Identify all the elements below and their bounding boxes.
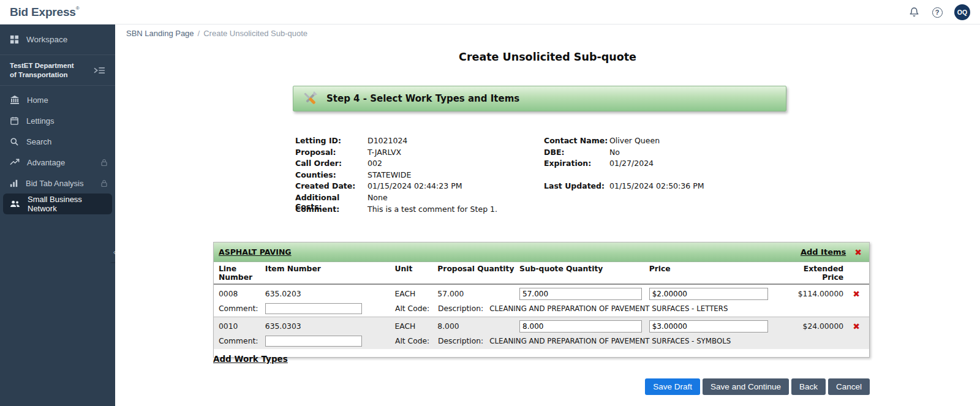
subquote-quantity-input[interactable] [519, 320, 642, 333]
detail-value: 01/27/2024 [609, 159, 654, 168]
item-row: 0008 635.0203 EACH 57.000 $114.00000 ✖ C… [214, 285, 869, 317]
detail-label: Letting ID: [295, 136, 368, 145]
sidebar-item-label: Bid Tab Analysis [26, 179, 83, 188]
detail-label: Counties: [295, 170, 368, 179]
detail-label: DBE: [544, 148, 609, 157]
item-unit: EACH [394, 290, 437, 298]
detail-label: Proposal: [295, 148, 368, 157]
description-label: Description: [438, 304, 483, 313]
lock-icon [100, 159, 108, 167]
item-number: 635.0203 [265, 290, 395, 298]
workspace-switcher[interactable]: Workspace [0, 24, 115, 55]
comment-label: Comment: [214, 337, 265, 345]
items-table-header: Line Number Item Number Unit Proposal Qu… [214, 262, 869, 285]
work-type-section: ASPHALT PAVING Add Items ✖ Line Number I… [213, 242, 870, 358]
step-banner-title: Step 4 - Select Work Types and Items [326, 93, 519, 104]
detail-label: Call Order: [295, 159, 368, 168]
subquote-details-left: Letting ID:D1021024 Proposal:T-JARLVX Ca… [295, 136, 497, 216]
switch-account-icon [93, 66, 105, 75]
add-work-types-link[interactable]: Add Work Types [213, 354, 288, 364]
detail-label: Created Date: [295, 181, 368, 190]
detail-value: 002 [368, 159, 382, 168]
comment-label: Comment: [214, 304, 265, 313]
item-proposal-quantity: 8.000 [437, 322, 519, 331]
col-price: Price [649, 265, 785, 282]
sidebar-nav: Home Lettings Search Advantage Bid Tab A… [0, 86, 115, 214]
subquote-details-right: Contact Name:Oliver Queen DBE:No Expirat… [544, 136, 704, 193]
trend-up-icon [10, 158, 20, 167]
subquote-quantity-input[interactable] [519, 288, 642, 300]
sidebar-item-lettings[interactable]: Lettings [0, 110, 115, 131]
cancel-button[interactable]: Cancel [828, 378, 870, 395]
detail-value: T-JARLVX [368, 148, 401, 157]
notifications-bell-icon[interactable] [908, 6, 920, 18]
sidebar: Workspace TestET Department of Transport… [0, 24, 115, 406]
detail-label: Last Updated: [544, 181, 609, 190]
description-label: Description: [438, 337, 483, 345]
organization-name: TestET Department of Transportation [10, 61, 82, 79]
item-line-number: 0008 [214, 290, 265, 298]
sidebar-item-label: Small Business Network [28, 195, 105, 213]
breadcrumb-current: Create Unsolicited Sub-quote [203, 29, 307, 38]
form-actions: Save Draft Save and Continue Back Cancel [213, 378, 870, 395]
price-input[interactable] [649, 320, 768, 333]
main-content: SBN Landing Page/Create Unsolicited Sub-… [115, 24, 980, 406]
work-type-name-link[interactable]: ASPHALT PAVING [219, 247, 292, 257]
item-description: CLEANING AND PREPARATION OF PAVEMENT SUR… [489, 304, 728, 313]
search-icon [10, 137, 19, 146]
lock-icon [100, 179, 108, 187]
item-proposal-quantity: 57.000 [437, 290, 519, 298]
detail-value: 01/15/2024 02:50:36 PM [609, 181, 704, 190]
detail-label: Expiration: [544, 159, 609, 168]
work-type-header: ASPHALT PAVING Add Items ✖ [214, 242, 869, 262]
breadcrumb-sbn-landing[interactable]: SBN Landing Page [126, 29, 194, 38]
top-bar: Bid Express® ? OQ [0, 0, 980, 24]
remove-item-icon[interactable]: ✖ [853, 321, 860, 331]
col-item-number: Item Number [265, 265, 395, 282]
remove-item-icon[interactable]: ✖ [853, 289, 860, 299]
comment-input[interactable] [265, 303, 362, 314]
sidebar-item-small-business-network[interactable]: Small Business Network [3, 194, 112, 214]
tools-icon [301, 89, 319, 108]
item-unit: EACH [394, 322, 437, 331]
save-and-continue-button[interactable]: Save and Continue [703, 378, 789, 395]
item-description: CLEANING AND PREPARATION OF PAVEMENT SUR… [489, 337, 731, 345]
col-extended-price: Extended Price [785, 265, 843, 282]
alt-code-label: Alt Code: [395, 304, 438, 313]
item-row: 0010 635.0303 EACH 8.000 $24.00000 ✖ Com… [214, 317, 869, 349]
item-extended-price: $24.00000 [785, 322, 843, 331]
bar-chart-icon [10, 179, 18, 187]
breadcrumb: SBN Landing Page/Create Unsolicited Sub-… [126, 29, 307, 38]
detail-value: This is a test comment for Step 1. [368, 205, 497, 214]
bid-express-logo[interactable]: Bid Express® [10, 6, 79, 19]
col-line-number: Line Number [214, 265, 265, 282]
sidebar-item-advantage[interactable]: Advantage [0, 152, 115, 173]
workspace-grid-icon [10, 35, 19, 44]
detail-label: Comment: [295, 205, 368, 214]
add-items-link[interactable]: Add Items [801, 247, 846, 257]
people-icon [10, 200, 20, 208]
page-title: Create Unsolicited Sub-quote [115, 51, 980, 63]
organization-switcher[interactable]: TestET Department of Transportation [0, 55, 115, 86]
sidebar-item-home[interactable]: Home [0, 89, 115, 110]
col-proposal-quantity: Proposal Quantity [437, 265, 519, 282]
workspace-label: Workspace [26, 35, 67, 44]
step-banner: Step 4 - Select Work Types and Items [293, 86, 786, 111]
detail-value: STATEWIDE [368, 170, 411, 179]
sidebar-item-search[interactable]: Search [0, 131, 115, 152]
back-button[interactable]: Back [791, 378, 826, 395]
detail-value: No [609, 148, 620, 157]
item-line-number: 0010 [214, 322, 265, 331]
sidebar-item-label: Search [26, 137, 51, 146]
sidebar-item-label: Advantage [27, 158, 65, 167]
save-draft-button[interactable]: Save Draft [645, 378, 700, 395]
help-icon[interactable]: ? [931, 6, 943, 18]
user-avatar[interactable]: OQ [954, 4, 970, 20]
calendar-icon [10, 116, 19, 126]
comment-input[interactable] [265, 336, 362, 347]
sidebar-item-bid-tab-analysis[interactable]: Bid Tab Analysis [0, 173, 115, 194]
detail-value: 01/15/2024 02:44:23 PM [368, 181, 462, 190]
detail-label: Contact Name: [544, 136, 609, 145]
remove-work-type-icon[interactable]: ✖ [854, 248, 862, 257]
price-input[interactable] [649, 288, 768, 300]
